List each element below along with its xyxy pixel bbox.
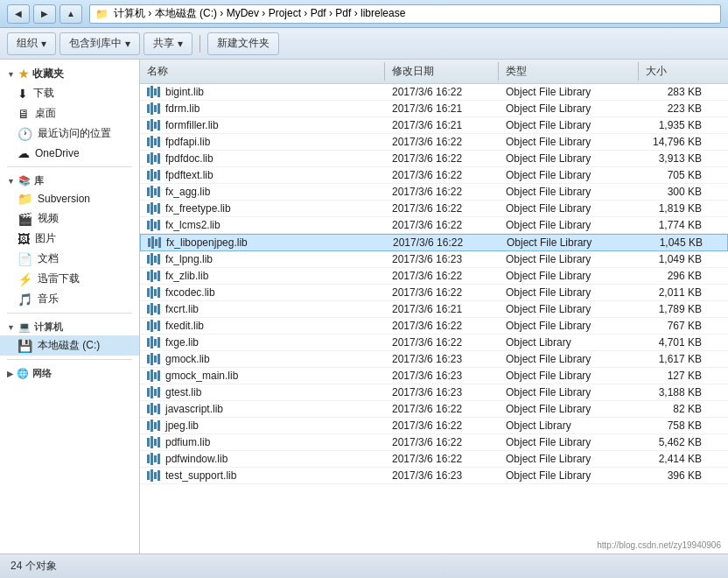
organize-button[interactable]: 组织 ▾ xyxy=(7,32,56,55)
table-row[interactable]: fx_lpng.lib 2017/3/6 16:23 Object File L… xyxy=(140,251,728,268)
table-row[interactable]: javascript.lib 2017/3/6 16:22 Object Fil… xyxy=(140,401,728,418)
file-modified: 2017/3/6 16:23 xyxy=(385,384,499,400)
favorites-header[interactable]: ▼ ★ 收藏夹 xyxy=(0,63,139,83)
back-button[interactable]: ◀ xyxy=(7,4,30,24)
file-name: pdfium.lib xyxy=(165,436,210,448)
lib-icon xyxy=(147,136,160,148)
sidebar-item-subversion-label: Subversion xyxy=(38,193,90,205)
table-row[interactable]: gtest.lib 2017/3/6 16:23 Object File Lib… xyxy=(140,384,728,401)
table-row[interactable]: fxcrt.lib 2017/3/6 16:21 Object File Lib… xyxy=(140,301,728,318)
file-name-cell: gtest.lib xyxy=(140,384,385,400)
sidebar-item-desktop[interactable]: 🖥 桌面 xyxy=(0,103,139,123)
organize-arrow: ▾ xyxy=(41,38,46,50)
col-type[interactable]: 类型 xyxy=(499,62,639,81)
sidebar-item-thunder[interactable]: ⚡ 迅雷下载 xyxy=(0,269,139,289)
table-row[interactable]: formfiller.lib 2017/3/6 16:21 Object Fil… xyxy=(140,117,728,134)
file-modified: 2017/3/6 16:22 xyxy=(385,134,499,150)
file-type: Object File Library xyxy=(499,285,639,300)
table-row[interactable]: fx_freetype.lib 2017/3/6 16:22 Object Fi… xyxy=(140,201,728,217)
file-modified: 2017/3/6 16:23 xyxy=(385,368,499,384)
file-rows-container: bigint.lib 2017/3/6 16:22 Object File Li… xyxy=(140,84,728,484)
sidebar-item-video[interactable]: 🎬 视频 xyxy=(0,208,139,229)
file-size: 223 KB xyxy=(639,101,709,116)
table-row[interactable]: fdrm.lib 2017/3/6 16:21 Object File Libr… xyxy=(140,101,728,117)
pictures-icon: 🖼 xyxy=(18,232,30,246)
file-size: 767 KB xyxy=(639,318,709,334)
library-section[interactable]: ▼ 📚 库 xyxy=(0,171,139,189)
file-name: fx_libopenjpeg.lib xyxy=(166,236,248,249)
table-row[interactable]: fxcodec.lib 2017/3/6 16:22 Object File L… xyxy=(140,285,728,301)
file-size: 1,819 KB xyxy=(639,201,709,216)
sidebar-item-download[interactable]: ⬇ 下载 xyxy=(0,83,139,103)
col-name[interactable]: 名称 xyxy=(140,62,385,81)
table-row[interactable]: fx_zlib.lib 2017/3/6 16:22 Object File L… xyxy=(140,268,728,285)
sidebar-item-pictures[interactable]: 🖼 图片 xyxy=(0,229,139,249)
sidebar-item-subversion[interactable]: 📁 Subversion xyxy=(0,189,139,208)
table-row[interactable]: fx_agg.lib 2017/3/6 16:22 Object File Li… xyxy=(140,184,728,201)
computer-section[interactable]: ▼ 💻 计算机 xyxy=(0,317,139,335)
sidebar-item-local-disk-label: 本地磁盘 (C:) xyxy=(38,338,100,353)
sidebar-item-music-label: 音乐 xyxy=(38,292,59,307)
file-name-cell: formfiller.lib xyxy=(140,117,385,133)
table-row[interactable]: gmock_main.lib 2017/3/6 16:23 Object Fil… xyxy=(140,368,728,384)
file-size: 300 KB xyxy=(639,184,709,200)
sidebar-divider-2 xyxy=(7,313,132,314)
file-name-cell: fpdfdoc.lib xyxy=(140,151,385,166)
forward-button[interactable]: ▶ xyxy=(33,4,56,24)
table-row[interactable]: fxedit.lib 2017/3/6 16:22 Object File Li… xyxy=(140,318,728,335)
network-section[interactable]: ▶ 🌐 网络 xyxy=(0,363,139,382)
table-row[interactable]: fx_lcms2.lib 2017/3/6 16:22 Object File … xyxy=(140,217,728,234)
lib-icon xyxy=(147,469,160,482)
table-row[interactable]: bigint.lib 2017/3/6 16:22 Object File Li… xyxy=(140,84,728,101)
file-name: fx_zlib.lib xyxy=(165,270,208,282)
file-name-cell: test_support.lib xyxy=(140,468,385,483)
table-row[interactable]: gmock.lib 2017/3/6 16:23 Object File Lib… xyxy=(140,351,728,368)
lib-icon xyxy=(147,253,160,265)
file-type: Object File Library xyxy=(500,235,640,250)
table-row[interactable]: fx_libopenjpeg.lib 2017/3/6 16:22 Object… xyxy=(140,234,728,251)
sidebar-item-music[interactable]: 🎵 音乐 xyxy=(0,289,139,309)
file-name-cell: fxcodec.lib xyxy=(140,285,385,300)
file-modified: 2017/3/6 16:22 xyxy=(385,434,499,450)
file-name: test_support.lib xyxy=(165,469,236,482)
file-modified: 2017/3/6 16:22 xyxy=(385,401,499,417)
file-name-cell: fx_agg.lib xyxy=(140,184,385,200)
col-size[interactable]: 大小 xyxy=(639,62,709,81)
onedrive-icon: ☁ xyxy=(18,146,30,160)
file-name: fpdfdoc.lib xyxy=(165,152,214,165)
sidebar-item-recent[interactable]: 🕐 最近访问的位置 xyxy=(0,123,139,144)
sidebar: ▼ ★ 收藏夹 ⬇ 下载 🖥 桌面 🕐 最近访问的位置 ☁ OneDrive ▼… xyxy=(0,60,140,553)
lib-icon xyxy=(147,286,160,299)
file-area[interactable]: 名称 修改日期 类型 大小 bigint.lib 2017/3/6 16:22 … xyxy=(140,60,728,553)
sidebar-item-onedrive[interactable]: ☁ OneDrive xyxy=(0,144,139,163)
file-name: fpdftext.lib xyxy=(165,169,214,181)
file-name: gmock.lib xyxy=(165,353,210,365)
file-modified: 2017/3/6 16:22 xyxy=(385,201,499,216)
file-size: 82 KB xyxy=(639,401,709,417)
file-type: Object File Library xyxy=(499,434,639,450)
table-row[interactable]: test_support.lib 2017/3/6 16:23 Object F… xyxy=(140,468,728,484)
computer-icon: 💻 xyxy=(18,321,31,333)
table-row[interactable]: pdfwindow.lib 2017/3/6 16:22 Object File… xyxy=(140,451,728,468)
file-name: fxge.lib xyxy=(165,336,199,349)
table-row[interactable]: jpeg.lib 2017/3/6 16:22 Object Library 7… xyxy=(140,418,728,434)
share-button[interactable]: 共享 ▾ xyxy=(144,32,192,55)
lib-icon xyxy=(147,119,160,131)
sidebar-item-recent-label: 最近访问的位置 xyxy=(38,126,111,141)
lib-icon xyxy=(147,102,160,115)
sidebar-item-documents[interactable]: 📄 文档 xyxy=(0,249,139,269)
file-type: Object File Library xyxy=(499,401,639,417)
file-size: 758 KB xyxy=(639,418,709,434)
sidebar-item-local-disk[interactable]: 💾 本地磁盘 (C:) xyxy=(0,335,139,356)
up-button[interactable]: ▲ xyxy=(60,4,82,24)
new-folder-button[interactable]: 新建文件夹 xyxy=(207,32,279,55)
table-row[interactable]: fpdfdoc.lib 2017/3/6 16:22 Object File L… xyxy=(140,151,728,167)
table-row[interactable]: pdfium.lib 2017/3/6 16:22 Object File Li… xyxy=(140,434,728,451)
address-bar[interactable]: 📁 计算机 › 本地磁盘 (C:) › MyDev › Project › Pd… xyxy=(89,4,721,24)
include-library-button[interactable]: 包含到库中 ▾ xyxy=(60,32,140,55)
table-row[interactable]: fpdftext.lib 2017/3/6 16:22 Object File … xyxy=(140,167,728,184)
file-name-cell: fx_zlib.lib xyxy=(140,268,385,284)
col-modified[interactable]: 修改日期 xyxy=(385,62,499,81)
table-row[interactable]: fpdfapi.lib 2017/3/6 16:22 Object File L… xyxy=(140,134,728,151)
table-row[interactable]: fxge.lib 2017/3/6 16:22 Object Library 4… xyxy=(140,335,728,351)
